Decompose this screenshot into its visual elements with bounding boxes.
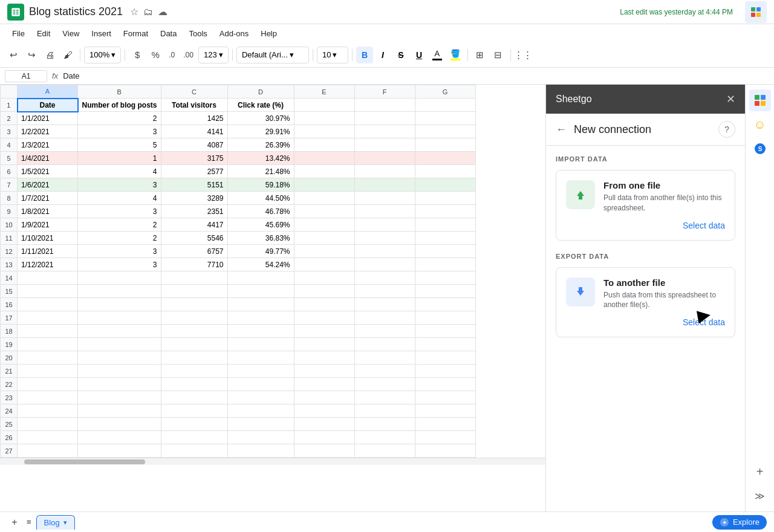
cell-b13[interactable]: 3	[78, 258, 161, 271]
cell-a7[interactable]: 1/6/2021	[18, 178, 78, 192]
scroll-thumb[interactable]	[24, 459, 145, 464]
cell-d20[interactable]	[227, 351, 294, 365]
empty-cell[interactable]	[294, 245, 354, 258]
cell-b22[interactable]	[78, 378, 161, 391]
cell-d21[interactable]	[227, 365, 294, 378]
cell-a23[interactable]	[18, 391, 78, 404]
empty-cell[interactable]	[354, 351, 415, 365]
empty-cell[interactable]	[354, 378, 415, 391]
cell-c6[interactable]: 2577	[161, 165, 227, 178]
folder-icon[interactable]: 🗂	[143, 7, 153, 18]
percent-button[interactable]: %	[147, 47, 164, 63]
empty-cell[interactable]	[294, 271, 354, 285]
cell-c10[interactable]: 4417	[161, 218, 227, 232]
cell-d14[interactable]	[227, 271, 294, 285]
cell-d16[interactable]	[227, 298, 294, 311]
empty-cell[interactable]	[415, 404, 475, 418]
empty-cell[interactable]	[294, 404, 354, 418]
sheets-quick-icon[interactable]	[749, 89, 771, 111]
cell-a3[interactable]: 1/2/2021	[18, 125, 78, 138]
empty-cell[interactable]	[354, 165, 415, 178]
cell-b19[interactable]	[78, 338, 161, 351]
add-addon-icon[interactable]: +	[749, 461, 771, 482]
cell-d27[interactable]	[227, 444, 294, 458]
cell-d10[interactable]: 45.69%	[227, 218, 294, 232]
star-icon[interactable]: ☆	[130, 6, 138, 18]
empty-cell[interactable]	[294, 444, 354, 458]
empty-cell[interactable]	[294, 365, 354, 378]
cell-d23[interactable]	[227, 391, 294, 404]
cell-d6[interactable]: 21.48%	[227, 165, 294, 178]
cell-c23[interactable]	[161, 391, 227, 404]
empty-cell[interactable]	[354, 205, 415, 218]
cell-a13[interactable]: 1/12/2021	[18, 258, 78, 271]
cell-a15[interactable]	[18, 285, 78, 298]
empty-cell[interactable]	[294, 232, 354, 245]
cell-a9[interactable]: 1/8/2021	[18, 205, 78, 218]
bold-button[interactable]: B	[356, 47, 373, 63]
cell-d12[interactable]: 49.77%	[227, 245, 294, 258]
empty-cell[interactable]	[354, 325, 415, 338]
more-options-button[interactable]: ⋮⋮	[515, 47, 532, 63]
cell-d15[interactable]	[227, 285, 294, 298]
empty-cell[interactable]	[415, 365, 475, 378]
empty-cell[interactable]	[415, 125, 475, 138]
empty-cell[interactable]	[294, 112, 354, 125]
empty-cell[interactable]	[354, 285, 415, 298]
cell-b17[interactable]	[78, 311, 161, 325]
cell-c4[interactable]: 4087	[161, 138, 227, 152]
sheets-sidebar-icon[interactable]	[745, 1, 767, 23]
cell-b9[interactable]: 3	[78, 205, 161, 218]
empty-cell[interactable]	[294, 258, 354, 271]
cell-b27[interactable]	[78, 444, 161, 458]
cell-c17[interactable]	[161, 311, 227, 325]
cell-b12[interactable]: 3	[78, 245, 161, 258]
paint-format-button[interactable]: 🖌	[59, 47, 76, 63]
empty-cell[interactable]	[415, 232, 475, 245]
empty-cell[interactable]	[294, 165, 354, 178]
cell-d24[interactable]	[227, 404, 294, 418]
export-select-data-link[interactable]: Select data	[566, 317, 725, 327]
empty-cell[interactable]	[294, 418, 354, 431]
empty-cell[interactable]	[294, 138, 354, 152]
cell-a12[interactable]: 1/11/2021	[18, 245, 78, 258]
cell-d9[interactable]: 46.78%	[227, 205, 294, 218]
cell-c19[interactable]	[161, 338, 227, 351]
empty-cell[interactable]	[294, 205, 354, 218]
cell-a22[interactable]	[18, 378, 78, 391]
empty-cell[interactable]	[294, 152, 354, 165]
formula-input[interactable]	[63, 71, 769, 80]
cell-d5[interactable]: 13.42%	[227, 152, 294, 165]
empty-cell[interactable]	[415, 245, 475, 258]
cell-d26[interactable]	[227, 431, 294, 444]
cell-a6[interactable]: 1/5/2021	[18, 165, 78, 178]
cell-c26[interactable]	[161, 431, 227, 444]
menu-edit[interactable]: Edit	[32, 27, 55, 40]
empty-cell[interactable]	[294, 351, 354, 365]
cell-c11[interactable]: 5546	[161, 232, 227, 245]
cell-b23[interactable]	[78, 391, 161, 404]
empty-cell[interactable]	[415, 418, 475, 431]
empty-cell[interactable]	[354, 271, 415, 285]
empty-cell[interactable]	[294, 99, 354, 112]
empty-cell[interactable]	[415, 351, 475, 365]
empty-cell[interactable]	[354, 218, 415, 232]
cell-a4[interactable]: 1/3/2021	[18, 138, 78, 152]
sheetgo-quick-icon[interactable]: S	[749, 138, 771, 160]
font-size-dropdown[interactable]: 10 ▾	[317, 47, 348, 63]
cell-b24[interactable]	[78, 404, 161, 418]
empty-cell[interactable]	[415, 152, 475, 165]
cell-a24[interactable]	[18, 404, 78, 418]
cell-b2[interactable]: 2	[78, 112, 161, 125]
empty-cell[interactable]	[294, 378, 354, 391]
underline-button[interactable]: U	[411, 47, 428, 63]
empty-cell[interactable]	[294, 125, 354, 138]
cell-d19[interactable]	[227, 338, 294, 351]
print-button[interactable]: 🖨	[41, 47, 58, 63]
sheet-menu-button[interactable]: ≡	[27, 517, 31, 527]
empty-cell[interactable]	[294, 285, 354, 298]
fill-color-button[interactable]: 🪣	[447, 47, 464, 63]
italic-button[interactable]: I	[374, 47, 391, 63]
empty-cell[interactable]	[354, 298, 415, 311]
cell-c24[interactable]	[161, 404, 227, 418]
